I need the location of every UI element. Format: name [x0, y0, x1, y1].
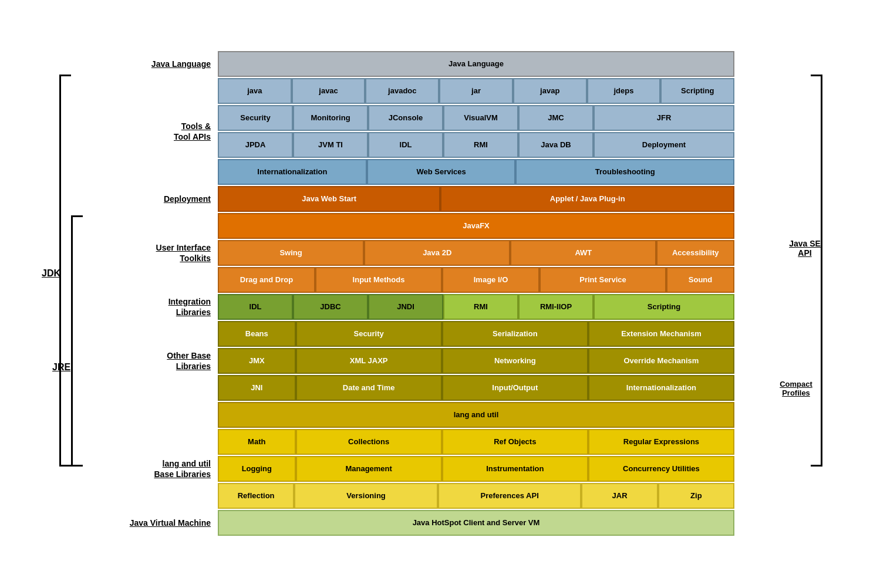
row-ui-toolkits: User InterfaceToolkits JavaFX Swing Java… [89, 213, 734, 293]
cell-security-tools: Security [218, 105, 293, 131]
cell-regular-expressions: Regular Expressions [588, 429, 734, 455]
row-other-base: Other BaseLibraries Beans Security Seria… [89, 321, 734, 401]
right-labels: Java SE API Compact Profiles [734, 51, 828, 537]
cell-jar: JAR [581, 483, 657, 509]
content-deployment: Java Web Start Applet / Java Plug-in [218, 186, 734, 212]
label-ui-toolkits: User InterfaceToolkits [89, 242, 218, 263]
cell-jdbc: JDBC [293, 294, 368, 320]
cell-troubleshooting: Troubleshooting [515, 159, 734, 185]
cell-internationalization-tools: Internationalization [218, 159, 367, 185]
cell-security-base: Security [296, 321, 442, 347]
cell-xml-jaxp: XML JAXP [296, 348, 442, 374]
cell-java2d: Java 2D [364, 240, 510, 266]
cell-accessibility: Accessibility [656, 240, 734, 266]
cell-visualvm: VisualVM [443, 105, 518, 131]
label-jvm: Java Virtual Machine [89, 518, 218, 528]
cell-collections: Collections [296, 429, 442, 455]
label-deployment: Deployment [89, 194, 218, 204]
content-tools-1: java javac javadoc jar javap jdeps Scrip… [218, 78, 734, 104]
label-tools-apis: Tools &Tool APIs [89, 121, 218, 142]
cell-jni: JNI [218, 375, 296, 401]
cell-image-io: Image I/O [442, 267, 539, 293]
cell-idl-int: IDL [218, 294, 293, 320]
row-lang-util-header: lang and util [89, 402, 734, 428]
cell-awt: AWT [510, 240, 656, 266]
cell-serialization: Serialization [442, 321, 588, 347]
cell-javafx: JavaFX [218, 213, 734, 239]
row-java-language-header: Java Language Java Language [89, 51, 734, 77]
row-tools-apis: Tools &Tool APIs Security Monitoring JCo… [89, 105, 734, 158]
cell-logging: Logging [218, 456, 296, 482]
cell-jfr: JFR [594, 105, 734, 131]
compact-profiles-label: Compact Profiles [767, 380, 825, 397]
cell-preferences-api: Preferences API [438, 483, 582, 509]
jre-bracket [71, 215, 83, 467]
cell-jdeps: jdeps [587, 78, 661, 104]
jre-label: JRE [52, 362, 70, 373]
row-tools-1: java javac javadoc jar javap jdeps Scrip… [89, 78, 734, 104]
content-jvm: Java HotSpot Client and Server VM [218, 510, 734, 536]
cell-jvm: Java HotSpot Client and Server VM [218, 510, 734, 536]
java-se-label: Java SE API [781, 239, 828, 258]
center-diagram: Java Language Java Language java javac j… [89, 51, 734, 537]
cell-instrumentation: Instrumentation [442, 456, 588, 482]
row-intl-web-trouble: Internationalization Web Services Troubl… [89, 159, 734, 185]
content-tools-apis: Security Monitoring JConsole VisualVM JM… [218, 105, 734, 158]
label-lang-util-base: lang and utilBase Libraries [89, 458, 218, 479]
cell-rmi-int: RMI [443, 294, 518, 320]
row-integration: IntegrationLibraries IDL JDBC JNDI RMI R… [89, 294, 734, 320]
cell-java: java [218, 78, 292, 104]
cell-applet-plugin: Applet / Java Plug-in [440, 186, 734, 212]
cell-scripting-tools: Scripting [660, 78, 734, 104]
row-deployment: Deployment Java Web Start Applet / Java … [89, 186, 734, 212]
label-java-language: Java Language [89, 59, 218, 69]
cell-print-service: Print Service [539, 267, 666, 293]
cell-jmx: JMX [218, 348, 296, 374]
java-se-bracket [811, 75, 822, 467]
cell-jpda: JPDA [218, 132, 293, 158]
cell-input-methods: Input Methods [315, 267, 442, 293]
cell-lang-util-header: lang and util [218, 402, 734, 428]
cell-javap: javap [513, 78, 587, 104]
cell-jconsole: JConsole [368, 105, 443, 131]
content-intl-web-trouble: Internationalization Web Services Troubl… [218, 159, 734, 185]
label-integration: IntegrationLibraries [89, 296, 218, 317]
content-java-language: Java Language [218, 51, 734, 77]
cell-monitoring: Monitoring [293, 105, 368, 131]
cell-javac: javac [292, 78, 366, 104]
cell-override-mechanism: Override Mechanism [588, 348, 734, 374]
cell-rmi-iiop: RMI-IIOP [518, 294, 594, 320]
cell-beans: Beans [218, 321, 296, 347]
cell-sound: Sound [666, 267, 734, 293]
content-ui-toolkits: JavaFX Swing Java 2D AWT Accessibility D… [218, 213, 734, 293]
cell-jvmti: JVM TI [293, 132, 368, 158]
content-integration: IDL JDBC JNDI RMI RMI-IIOP Scripting [218, 294, 734, 320]
cell-scripting-int: Scripting [594, 294, 734, 320]
cell-deployment-tools: Deployment [594, 132, 734, 158]
cell-javadoc: javadoc [365, 78, 439, 104]
cell-java-db: Java DB [518, 132, 594, 158]
cell-jmc: JMC [518, 105, 594, 131]
cell-zip: Zip [658, 483, 734, 509]
cell-rmi-tools: RMI [443, 132, 518, 158]
cell-networking: Networking [442, 348, 588, 374]
content-other-base: Beans Security Serialization Extension M… [218, 321, 734, 401]
cell-java-web-start: Java Web Start [218, 186, 440, 212]
cell-idl-tools: IDL [368, 132, 443, 158]
jdk-label: JDK [42, 268, 60, 279]
cell-web-services: Web Services [367, 159, 516, 185]
cell-swing: Swing [218, 240, 364, 266]
cell-math: Math [218, 429, 296, 455]
cell-jndi: JNDI [368, 294, 443, 320]
cell-input-output: Input/Output [442, 375, 588, 401]
row-jvm: Java Virtual Machine Java HotSpot Client… [89, 510, 734, 536]
diagram-container: JDK JRE Java Language Java Language java… [42, 51, 828, 537]
cell-management: Management [296, 456, 442, 482]
jdk-bracket [59, 75, 71, 467]
content-lang-util-header: lang and util [218, 402, 734, 428]
cell-jar: jar [439, 78, 513, 104]
cell-internationalization-base: Internationalization [588, 375, 734, 401]
cell-extension-mechanism: Extension Mechanism [588, 321, 734, 347]
cell-date-time: Date and Time [296, 375, 442, 401]
cell-versioning: Versioning [294, 483, 438, 509]
